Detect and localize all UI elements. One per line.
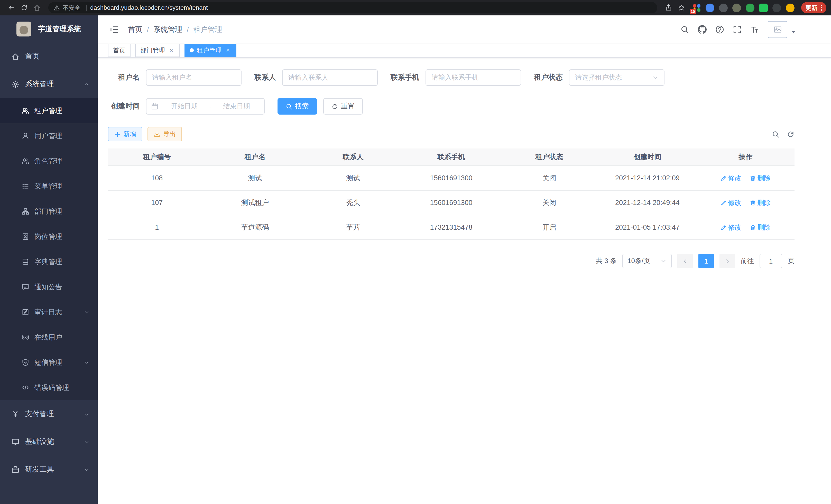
sidebar-item-role[interactable]: 角色管理	[0, 148, 98, 174]
extension-icon-colordots[interactable]: 10	[692, 3, 701, 12]
browser-menu-icon[interactable]	[821, 5, 822, 11]
date-range-input[interactable]: 开始日期 - 结束日期	[146, 98, 265, 115]
security-label: 不安全	[63, 4, 80, 11]
table-row: 107 测试租户 秃头 15601691300 关闭 2021-12-14 20…	[108, 190, 795, 215]
fullscreen-icon[interactable]	[733, 25, 742, 34]
sidebar-collapse-icon[interactable]	[110, 25, 119, 34]
add-button[interactable]: 新增	[108, 127, 142, 141]
field-label: 联系人	[254, 73, 282, 82]
sidebar-item-label: 通知公告	[34, 282, 89, 292]
sidebar-item-menu[interactable]: 菜单管理	[0, 174, 98, 199]
sidebar-item-label: 菜单管理	[34, 182, 89, 191]
button-label: 新增	[123, 130, 136, 139]
field-label: 创建时间	[108, 102, 146, 111]
sidebar-item-user[interactable]: 用户管理	[0, 123, 98, 148]
edit-pencil-icon	[720, 175, 726, 181]
sidebar-item-online-users[interactable]: 在线用户	[0, 325, 98, 350]
back-button[interactable]	[5, 1, 18, 14]
column-header: 租户名	[206, 152, 304, 161]
sidebar-item-sms[interactable]: 短信管理	[0, 350, 98, 375]
caret-down-icon[interactable]	[792, 31, 796, 33]
extension-icon-8[interactable]	[785, 3, 794, 12]
action-label: 修改	[728, 198, 741, 207]
edit-button[interactable]: 修改	[720, 198, 741, 207]
cell-actions: 修改 删除	[696, 198, 795, 207]
tab-home[interactable]: 首页	[108, 44, 131, 57]
edit-button[interactable]: 修改	[720, 223, 741, 232]
reload-button[interactable]	[18, 1, 30, 14]
address-bar[interactable]: 不安全 dashboard.yudao.iocoder.cn/system/te…	[48, 2, 657, 13]
chevron-down-icon	[84, 411, 89, 417]
close-icon[interactable]: ×	[225, 47, 231, 54]
refresh-table-icon[interactable]	[787, 130, 795, 138]
prev-page-button[interactable]	[677, 254, 693, 268]
sidebar-item-system[interactable]: 系统管理	[0, 70, 98, 98]
goto-label: 前往	[741, 256, 754, 266]
sidebar-item-error-code[interactable]: 错误码管理	[0, 375, 98, 400]
omnibox-divider	[86, 5, 87, 11]
tab-tenant[interactable]: 租户管理 ×	[184, 44, 236, 57]
search-icon[interactable]	[681, 25, 689, 34]
sidebar-item-payment[interactable]: 支付管理	[0, 400, 98, 428]
select-placeholder: 请选择租户状态	[575, 73, 622, 82]
sidebar-item-label: 基础设施	[25, 437, 84, 446]
breadcrumb-separator: /	[147, 26, 149, 33]
sidebar-item-infrastructure[interactable]: 基础设施	[0, 428, 98, 456]
help-icon[interactable]	[715, 25, 724, 34]
main-panel: 首页 / 系统管理 / 租户管理 首页 部门管理 ×	[98, 16, 831, 504]
page-number-button[interactable]: 1	[698, 254, 714, 268]
breadcrumb-item[interactable]: 系统管理	[153, 25, 182, 34]
delete-button[interactable]: 删除	[749, 223, 771, 232]
browser-update-button[interactable]: 更新	[801, 2, 826, 13]
page-size-select[interactable]: 10条/页	[622, 254, 672, 268]
tenant-name-input[interactable]: 请输入租户名	[146, 69, 241, 86]
edit-button[interactable]: 修改	[720, 173, 741, 183]
refresh-icon	[332, 103, 338, 110]
cell-tenant-name: 芋道源码	[206, 223, 304, 232]
table-row: 1 芋道源码 芋艿 17321315478 开启 2021-01-05 17:0…	[108, 215, 795, 240]
export-button[interactable]: 导出	[147, 127, 182, 141]
sidebar-item-dev-tools[interactable]: 研发工具	[0, 456, 98, 483]
extension-icon-2[interactable]	[705, 3, 714, 12]
filter-mobile: 联系手机 请输入联系手机	[391, 69, 521, 86]
show-search-icon[interactable]	[772, 130, 780, 138]
extension-icon-6[interactable]	[759, 3, 768, 12]
extension-icon-4[interactable]	[732, 3, 741, 12]
sidebar-item-label: 部门管理	[34, 207, 89, 216]
chevron-down-icon	[84, 467, 89, 472]
sidebar-item-dictionary[interactable]: 字典管理	[0, 249, 98, 274]
contact-input[interactable]: 请输入联系人	[282, 69, 378, 86]
bookmark-star-button[interactable]	[675, 1, 688, 14]
user-avatar[interactable]	[768, 21, 787, 38]
top-navbar: 首页 / 系统管理 / 租户管理	[98, 16, 831, 44]
search-button[interactable]: 搜索	[278, 98, 317, 115]
sidebar-item-home[interactable]: 首页	[0, 42, 98, 70]
goto-page-input[interactable]: 1	[760, 254, 782, 268]
extension-icon-5[interactable]	[745, 3, 754, 12]
breadcrumb-item[interactable]: 首页	[128, 25, 142, 34]
tab-department[interactable]: 部门管理 ×	[135, 44, 180, 57]
github-icon[interactable]	[698, 25, 707, 34]
next-page-button[interactable]	[719, 254, 735, 268]
status-select[interactable]: 请选择租户状态	[569, 69, 664, 86]
sidebar-item-post[interactable]: 岗位管理	[0, 224, 98, 249]
sidebar-item-department[interactable]: 部门管理	[0, 199, 98, 224]
sidebar-item-audit-log[interactable]: 审计日志	[0, 299, 98, 325]
close-icon[interactable]: ×	[168, 47, 175, 54]
delete-button[interactable]: 删除	[749, 173, 771, 183]
extension-icon-7[interactable]	[772, 3, 781, 12]
font-size-icon[interactable]	[750, 25, 759, 34]
column-header: 联系手机	[402, 152, 500, 161]
sidebar-item-notice[interactable]: 通知公告	[0, 274, 98, 299]
infrastructure-monitor-icon	[11, 438, 20, 446]
sidebar-item-tenant[interactable]: 租户管理	[0, 98, 98, 123]
active-dot-icon	[190, 48, 194, 52]
share-button[interactable]	[662, 1, 675, 14]
mobile-input[interactable]: 请输入联系手机	[426, 69, 521, 86]
reset-button[interactable]: 重置	[323, 98, 363, 115]
field-label: 联系手机	[391, 73, 426, 82]
input-placeholder: 请输入联系人	[288, 73, 328, 82]
extension-icon-3[interactable]	[719, 3, 727, 12]
delete-button[interactable]: 删除	[749, 198, 771, 207]
home-button[interactable]	[30, 1, 43, 14]
